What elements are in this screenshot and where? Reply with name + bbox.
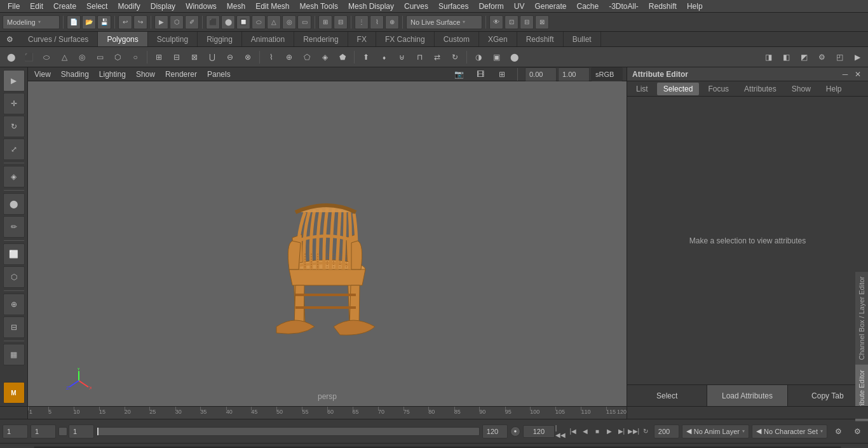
loop-btn[interactable]: ↻ [640, 426, 651, 437]
snap-point-button[interactable]: ⊕ [385, 15, 399, 29]
menu-edit-mesh[interactable]: Edit Mesh [250, 0, 294, 12]
menu-surfaces[interactable]: Surfaces [433, 0, 473, 12]
merge-icon[interactable]: ⊎ [393, 49, 410, 65]
create-cone-button[interactable]: △ [267, 15, 281, 29]
vp-film-icon[interactable]: 🎞 [472, 67, 489, 83]
scale-tool-btn[interactable]: ⤢ [3, 139, 25, 160]
marquee-sel-btn[interactable]: ⬜ [3, 243, 25, 265]
subdivide-icon[interactable]: ◈ [316, 49, 333, 65]
stop-btn[interactable]: ■ [592, 426, 603, 437]
view-btn-4[interactable]: ⊠ [535, 15, 549, 29]
snap-btn-1[interactable]: ⊕ [3, 294, 25, 315]
channel-box-side-tab[interactable]: Channel Box / Layer Editor [855, 271, 868, 365]
soft-select-btn[interactable]: ⬤ [3, 193, 25, 215]
create-poly-button[interactable]: ⬛ [206, 15, 220, 29]
vp-colorspace[interactable]: sRGB [591, 67, 623, 81]
display-shade-icon[interactable]: ◑ [470, 49, 487, 65]
poly-cone-icon[interactable]: △ [56, 49, 72, 65]
smooth-icon[interactable]: ⬟ [334, 49, 351, 65]
anim-layer-dropdown[interactable]: ◀ No Anim Layer ▾ [682, 424, 749, 438]
attr-load-btn[interactable]: Load Attributes [707, 385, 787, 406]
poly-disc-icon[interactable]: ⬡ [109, 49, 126, 65]
tab-animation[interactable]: Animation [242, 32, 294, 46]
command-input[interactable]: makeIdentity -apply true -t 1 -r 1 -s 1 … [34, 446, 841, 449]
lasso-button[interactable]: ⬡ [170, 15, 184, 29]
viewport-canvas[interactable]: X Y Z persp [28, 81, 627, 406]
poly-cube-icon[interactable]: ⬛ [20, 49, 37, 65]
bool-diff-icon[interactable]: ⊖ [222, 49, 238, 65]
playback-frame-display[interactable]: 120 [523, 425, 555, 438]
menu-edit[interactable]: Edit [25, 0, 48, 12]
menu-help[interactable]: Help [682, 0, 708, 12]
tab-fx-caching[interactable]: FX Caching [376, 32, 435, 46]
bool-union-icon[interactable]: ⋃ [204, 49, 220, 65]
attr-tab-help[interactable]: Help [820, 83, 848, 95]
paint-button[interactable]: ✐ [185, 15, 199, 29]
menu-create[interactable]: Create [48, 0, 81, 12]
select-mode-btn[interactable]: ▶ [3, 70, 25, 92]
undo-button[interactable]: ↩ [118, 15, 132, 29]
new-scene-button[interactable]: 📄 [67, 15, 81, 29]
channel-box-toggle-icon[interactable]: ◩ [796, 49, 812, 65]
append-icon[interactable]: ⊕ [281, 49, 297, 65]
flip-icon[interactable]: ⇄ [429, 49, 445, 65]
poly-cyl-icon[interactable]: ⬭ [38, 49, 55, 65]
tab-sculpting[interactable]: Sculpting [148, 32, 198, 46]
frame-field-2[interactable]: 1 [31, 424, 56, 438]
menu-mesh-display[interactable]: Mesh Display [343, 0, 399, 12]
play-back-btn[interactable]: ◀ [580, 426, 591, 437]
range-checkbox[interactable] [58, 427, 67, 436]
attr-close-btn[interactable]: ✕ [853, 69, 863, 79]
menu-modify[interactable]: Modify [112, 0, 145, 12]
render-toggle-icon[interactable]: ▶ [849, 49, 865, 65]
vp-menu-view[interactable]: View [32, 69, 53, 80]
menu-deform[interactable]: Deform [473, 0, 508, 12]
char-set-dropdown[interactable]: ◀ No Character Set ▾ [752, 424, 827, 438]
menu-windows[interactable]: Windows [180, 0, 222, 12]
attr-tab-list[interactable]: List [630, 83, 654, 95]
display-wire-icon[interactable]: ▣ [488, 49, 505, 65]
snap-curve-button[interactable]: ⌇ [370, 15, 384, 29]
attr-tab-selected[interactable]: Selected [657, 83, 700, 95]
attr-editor-toggle-icon[interactable]: ◨ [760, 49, 776, 65]
timeline-track[interactable]: 1 5 10 15 20 25 30 35 40 45 50 55 60 65 … [28, 407, 627, 419]
range-end-field[interactable]: 120 [482, 424, 508, 438]
menu-cache[interactable]: Cache [571, 0, 604, 12]
outliner-toggle-icon[interactable]: ◧ [778, 49, 794, 65]
create-torus-button[interactable]: ◎ [282, 15, 296, 29]
goto-start-btn[interactable]: |◀◀ [555, 426, 567, 437]
menu-uv[interactable]: UV [509, 0, 530, 12]
range-options-btn[interactable]: ● [510, 426, 520, 437]
menu-3dto-all[interactable]: -3DtoAll- [604, 0, 644, 12]
view-btn-3[interactable]: ⊟ [520, 15, 534, 29]
vp-menu-renderer[interactable]: Renderer [163, 69, 200, 80]
display-btn-2[interactable]: ⊟ [334, 15, 348, 29]
vp-menu-shading[interactable]: Shading [58, 69, 92, 80]
move-tool-btn[interactable]: ✛ [3, 93, 25, 114]
menu-display[interactable]: Display [146, 0, 180, 12]
script-editor-btn[interactable]: ⊞ [846, 444, 863, 449]
poly-pipe-icon[interactable]: ○ [127, 49, 144, 65]
tab-polygons[interactable]: Polygons [98, 32, 147, 46]
attr-select-btn[interactable]: Select [627, 385, 707, 406]
open-scene-button[interactable]: 📂 [82, 15, 96, 29]
attr-tab-attributes[interactable]: Attributes [738, 83, 783, 95]
select-tool-button[interactable]: ▶ [154, 15, 168, 29]
current-frame-field[interactable]: 1 [3, 424, 28, 438]
playback-slider[interactable] [97, 427, 480, 436]
create-cyl-button[interactable]: ⬭ [252, 15, 266, 29]
range-start-field[interactable]: 1 [69, 424, 94, 438]
tab-xgen[interactable]: XGen [479, 32, 517, 46]
spin-icon[interactable]: ↻ [447, 49, 463, 65]
tab-rigging[interactable]: Rigging [198, 32, 242, 46]
menu-select[interactable]: Select [81, 0, 112, 12]
tab-fx[interactable]: FX [348, 32, 376, 46]
vp-menu-show[interactable]: Show [133, 69, 158, 80]
menu-curves[interactable]: Curves [399, 0, 433, 12]
render-region-btn[interactable]: ▦ [3, 344, 25, 365]
tab-redshift[interactable]: Redshift [517, 32, 564, 46]
anim-settings-btn[interactable]: ⚙ [830, 423, 846, 440]
create-plane-button[interactable]: ▭ [297, 15, 311, 29]
step-fwd-btn[interactable]: ▶| [616, 426, 627, 437]
layer-editor-toggle-icon[interactable]: ◰ [831, 49, 848, 65]
